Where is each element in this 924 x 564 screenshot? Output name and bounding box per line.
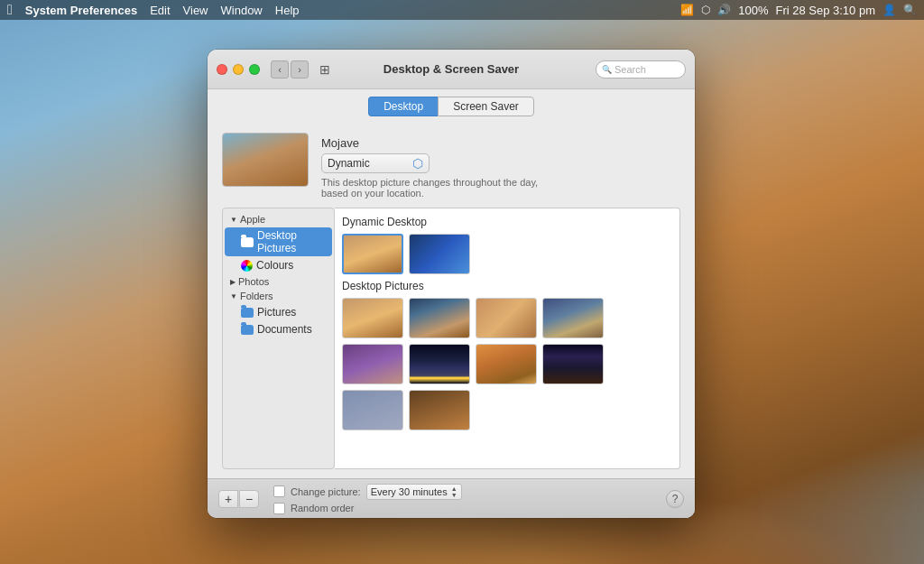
tabs-bar: Desktop Screen Saver: [208, 89, 695, 124]
dropdown-value: Dynamic: [328, 157, 370, 170]
sidebar-section-apple: ▼ Apple: [223, 212, 334, 227]
forward-button[interactable]: ›: [291, 60, 309, 79]
sidebar-item-label: Desktop Pictures: [257, 229, 325, 254]
sidebar-item-desktop-pictures[interactable]: Desktop Pictures: [225, 227, 332, 256]
random-order-label: Random order: [291, 503, 354, 513]
thumbnail-partial2[interactable]: [409, 390, 470, 430]
grid-button[interactable]: ⊞: [314, 59, 336, 80]
nav-buttons: ‹ ›: [271, 60, 309, 79]
sidebar-item-label: Documents: [257, 323, 312, 336]
section-label-desktop: Desktop Pictures: [342, 280, 672, 292]
desktop-pictures-row-1: [342, 298, 672, 338]
traffic-lights: [217, 64, 260, 75]
random-order-row: Random order: [273, 503, 666, 514]
bottom-bar: + − Change picture: Every 30 minutes ▲ ▼…: [208, 478, 695, 518]
sidebar-item-documents[interactable]: Documents: [225, 321, 332, 337]
add-remove-buttons: + −: [218, 490, 259, 508]
menu-edit[interactable]: Edit: [150, 4, 170, 17]
minimize-button[interactable]: [233, 64, 244, 75]
back-button[interactable]: ‹: [271, 60, 289, 79]
stepper-icon: ▲ ▼: [451, 485, 457, 498]
wifi-icon: 📶: [680, 4, 694, 16]
preview-section: Mojave Dynamic ⬡ This desktop picture ch…: [222, 133, 680, 199]
menu-view[interactable]: View: [183, 4, 208, 17]
thumbnail-desert-warm[interactable]: [476, 298, 537, 338]
change-picture-row: Change picture: Every 30 minutes ▲ ▼: [273, 484, 666, 500]
thumbnail-mojave-blue[interactable]: [409, 234, 470, 274]
bluetooth-icon: ⬡: [701, 4, 710, 16]
dynamic-dropdown[interactable]: Dynamic ⬡: [321, 153, 430, 173]
add-button[interactable]: +: [218, 490, 238, 508]
volume-icon: 🔊: [717, 4, 731, 16]
lower-section: ▼ Apple Desktop Pictures Colours ▶ Photo…: [222, 208, 680, 469]
sidebar: ▼ Apple Desktop Pictures Colours ▶ Photo…: [222, 208, 335, 469]
close-button[interactable]: [217, 64, 227, 75]
sidebar-section-folders[interactable]: ▼ Folders: [223, 289, 334, 303]
help-button[interactable]: ?: [666, 490, 684, 508]
search-icon: 🔍: [602, 65, 612, 74]
interval-dropdown[interactable]: Every 30 minutes ▲ ▼: [366, 484, 462, 500]
expand-triangle-icon: ▼: [230, 216, 237, 224]
thumbnail-night[interactable]: [542, 344, 604, 384]
change-picture-checkbox[interactable]: [273, 485, 285, 497]
wallpaper-name: Mojave: [321, 136, 556, 150]
sidebar-item-label: Colours: [256, 259, 293, 272]
thumbnail-partial1[interactable]: [342, 390, 403, 430]
colour-wheel-icon: [241, 260, 253, 272]
maximize-button[interactable]: [249, 64, 260, 75]
remove-button[interactable]: −: [239, 490, 259, 508]
window-title: Desktop & Screen Saver: [383, 62, 519, 76]
thumbnail-desert1[interactable]: [342, 298, 403, 338]
bottom-options: Change picture: Every 30 minutes ▲ ▼ Ran…: [273, 484, 666, 514]
sidebar-item-colours[interactable]: Colours: [225, 257, 332, 273]
thumbnail-mojave-day[interactable]: [342, 234, 403, 274]
sidebar-item-pictures[interactable]: Pictures: [225, 304, 332, 320]
sidebar-section-label: Apple: [240, 214, 265, 225]
folder-icon: [241, 308, 254, 318]
menu-window[interactable]: Window: [221, 4, 263, 17]
preview-info: Mojave Dynamic ⬡ This desktop picture ch…: [321, 133, 556, 199]
expand-triangle-icon: ▶: [230, 278, 236, 286]
content-area: Mojave Dynamic ⬡ This desktop picture ch…: [208, 124, 695, 478]
tab-desktop[interactable]: Desktop: [368, 97, 438, 116]
change-picture-label: Change picture:: [291, 486, 361, 497]
menubar-left:  System Preferences Edit View Window He…: [7, 2, 300, 18]
section-label-dynamic: Dynamic Desktop: [342, 216, 672, 228]
desktop-pictures-row-2: [342, 344, 672, 384]
grid-panel: Dynamic Desktop Desktop Pictures: [335, 208, 680, 469]
desktop-pictures-row-3: [342, 390, 672, 430]
dropdown-arrow-icon: ⬡: [412, 156, 423, 171]
thumbnail-dark-mojave[interactable]: [409, 298, 470, 338]
folder-icon: [241, 237, 254, 247]
app-name[interactable]: System Preferences: [25, 4, 137, 17]
battery-percent: 100%: [738, 4, 768, 17]
datetime: Fri 28 Sep 3:10 pm: [775, 4, 875, 17]
titlebar: ‹ › ⊞ Desktop & Screen Saver 🔍 Search: [208, 50, 695, 89]
sidebar-item-label: Pictures: [257, 306, 296, 319]
tab-screensaver[interactable]: Screen Saver: [438, 97, 534, 116]
preview-description: This desktop picture changes throughout …: [321, 177, 556, 199]
thumbnail-purple[interactable]: [342, 344, 403, 384]
sidebar-section-photos[interactable]: ▶ Photos: [223, 274, 334, 289]
menubar:  System Preferences Edit View Window He…: [0, 0, 924, 20]
expand-triangle-icon: ▼: [230, 292, 237, 300]
sidebar-item-label: Photos: [238, 276, 269, 287]
search-placeholder: Search: [614, 64, 646, 75]
search-box[interactable]: 🔍 Search: [596, 60, 686, 79]
interval-value: Every 30 minutes: [371, 486, 448, 497]
spotlight-icon[interactable]: 🔍: [903, 4, 917, 16]
thumbnail-desert-sunset[interactable]: [476, 344, 537, 384]
preview-thumbnail: [222, 133, 309, 187]
sidebar-item-label: Folders: [240, 291, 273, 301]
thumbnail-city[interactable]: [409, 344, 470, 384]
apple-menu[interactable]: : [7, 2, 13, 18]
thumbnail-mountain[interactable]: [542, 298, 604, 338]
user-icon[interactable]: 👤: [882, 4, 896, 16]
menu-help[interactable]: Help: [275, 4, 300, 17]
folder-icon: [241, 325, 254, 335]
menubar-right: 📶 ⬡ 🔊 100% Fri 28 Sep 3:10 pm 👤 🔍: [680, 4, 917, 17]
random-order-checkbox[interactable]: [273, 503, 285, 514]
dynamic-desktop-row: [342, 234, 672, 274]
main-window: ‹ › ⊞ Desktop & Screen Saver 🔍 Search De…: [208, 50, 695, 518]
